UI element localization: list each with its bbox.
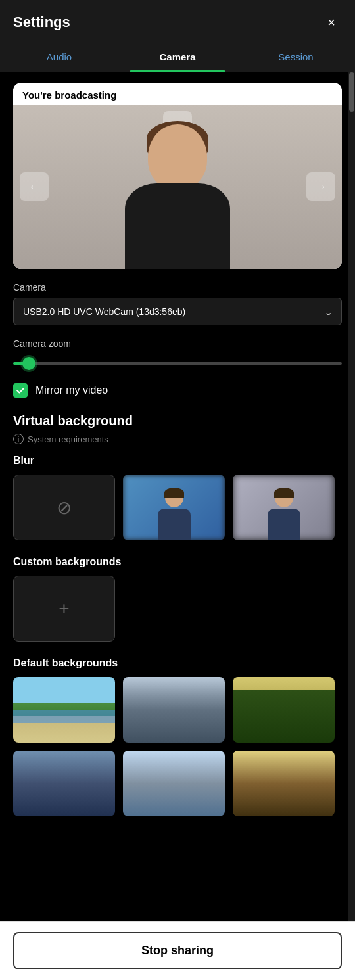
stop-sharing-button[interactable]: Stop sharing [13,932,342,969]
mirror-label: Mirror my video [36,385,108,396]
zoom-label: Camera zoom [13,338,342,349]
blur-thumbnails: ⊘ [13,475,342,540]
default-bg-section: Default backgrounds [13,657,342,816]
scrollbar-track [348,72,355,960]
tab-camera[interactable]: Camera [118,42,237,72]
sys-req-label: System requirements [28,434,108,444]
person-head [148,124,207,190]
small-hair-2 [274,488,294,498]
camera-select-wrapper: USB2.0 HD UVC WebCam (13d3:56eb) [13,298,342,325]
sys-req-row: i System requirements [13,434,342,444]
settings-title: Settings [13,14,70,31]
small-hair-1 [164,488,184,498]
blur-preview-2 [233,475,335,540]
tab-audio[interactable]: Audio [0,42,118,72]
person-body [125,183,230,269]
main-content: You're broadcasting ↑ ← → Camera USB2.0 [0,72,355,893]
custom-bg-section: Custom backgrounds + [13,556,342,642]
blur-section: Blur ⊘ [13,455,342,540]
broadcast-card: You're broadcasting ↑ ← → [13,83,342,269]
virtual-background-section: Virtual background i System requirements [13,413,342,444]
blur-heavy-thumb[interactable] [233,475,335,540]
camera-section: Camera USB2.0 HD UVC WebCam (13d3:56eb) [13,282,342,325]
video-preview: ↑ ← → [13,105,342,269]
nav-right-button[interactable]: → [306,172,335,201]
default-bg-row-1 [13,677,342,743]
default-bg-label: Default backgrounds [13,657,342,669]
default-bg-row-2 [13,751,342,816]
broadcast-label: You're broadcasting [13,83,342,105]
virtual-bg-title: Virtual background [13,413,342,429]
tab-session[interactable]: Session [237,42,355,72]
bg-mountain-thumb[interactable] [13,751,115,816]
custom-bg-label: Custom backgrounds [13,556,342,568]
nav-left-button[interactable]: ← [20,172,49,201]
close-button[interactable]: × [321,12,342,33]
mirror-checkbox[interactable] [13,383,28,398]
scrollbar-thumb[interactable] [349,72,354,112]
small-body-2 [268,509,300,540]
bg-forest-thumb[interactable] [233,677,335,743]
mirror-row: Mirror my video [13,383,342,398]
bg-city-thumb[interactable] [123,677,225,743]
blur-light-thumb[interactable] [123,475,225,540]
blur-preview-1 [123,475,225,540]
tabs-bar: Audio Camera Session [0,42,355,72]
add-custom-bg-button[interactable]: + [13,576,115,642]
zoom-slider[interactable] [13,362,342,365]
bg-beach-thumb[interactable] [13,677,115,743]
small-body-1 [158,509,191,540]
settings-header: Settings × [0,0,355,42]
blur-label: Blur [13,455,342,467]
camera-label: Camera [13,282,342,292]
no-blur-thumb[interactable]: ⊘ [13,475,115,540]
blur-person-2 [264,488,304,540]
bg-desert-thumb[interactable] [233,751,335,816]
info-icon: i [13,434,24,444]
stop-sharing-bar: Stop sharing [0,921,355,980]
zoom-section: Camera zoom [13,338,342,367]
checkmark-icon [16,386,25,395]
blur-person-1 [154,488,194,540]
bg-sky-thumb[interactable] [123,751,225,816]
camera-select[interactable]: USB2.0 HD UVC WebCam (13d3:56eb) [13,298,342,325]
no-bg-icon: ⊘ [57,497,72,519]
